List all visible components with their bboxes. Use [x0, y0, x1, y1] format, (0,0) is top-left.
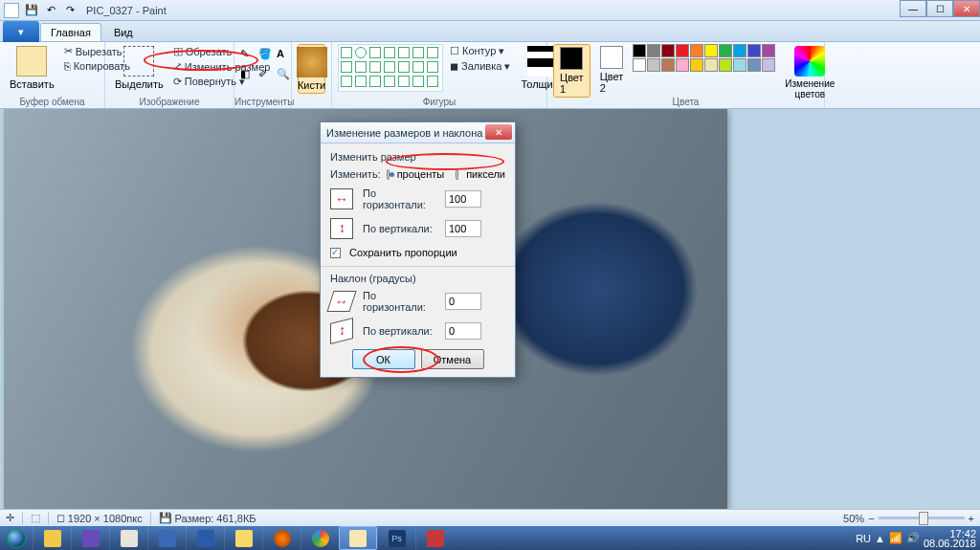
- close-button[interactable]: ✕: [953, 0, 980, 17]
- palette-color[interactable]: [661, 58, 675, 72]
- color1-button[interactable]: Цвет 1: [553, 44, 590, 98]
- palette-color[interactable]: [676, 58, 689, 72]
- palette-color[interactable]: [762, 58, 775, 72]
- vert-skew-input[interactable]: [445, 322, 481, 340]
- tray-volume-icon[interactable]: 🔊: [906, 532, 920, 544]
- brushes-button[interactable]: Кисти: [298, 44, 325, 94]
- select-button[interactable]: Выделить: [111, 44, 167, 92]
- taskbar-app-1[interactable]: [33, 526, 71, 550]
- titlebar: 💾 ↶ ↷ PIC_0327 - Paint — ☐ ✕: [0, 0, 980, 21]
- file-tab[interactable]: ▾: [3, 21, 39, 42]
- copy-icon: ⎘: [64, 60, 71, 72]
- palette-color[interactable]: [661, 44, 675, 57]
- taskbar-app-chrome[interactable]: [301, 526, 339, 550]
- color1-swatch: [560, 47, 583, 70]
- paste-icon: [16, 46, 47, 77]
- ok-button[interactable]: ОК: [352, 349, 415, 369]
- taskbar-app-firefox[interactable]: [262, 526, 301, 550]
- horiz-resize-icon: [330, 188, 353, 209]
- zoom-in-button[interactable]: +: [969, 513, 974, 524]
- palette-color[interactable]: [633, 44, 646, 57]
- dialog-title: Изменение размеров и наклона: [326, 127, 482, 139]
- horiz-skew-icon: [326, 291, 356, 312]
- ribbon-tabs: Главная Вид: [0, 21, 980, 42]
- taskbar-app-folder[interactable]: [224, 526, 262, 550]
- crop-icon: ◫: [173, 45, 183, 57]
- palette-color[interactable]: [762, 44, 775, 57]
- taskbar-app-photoshop[interactable]: Ps: [377, 526, 415, 550]
- shape-fill-button[interactable]: ◼Заливка ▾: [447, 59, 513, 74]
- undo-icon[interactable]: ↶: [42, 3, 59, 18]
- palette-color[interactable]: [733, 58, 746, 72]
- palette-color[interactable]: [690, 44, 703, 57]
- ribbon: Вставить ✂Вырезать ⎘Копировать Буфер обм…: [0, 42, 980, 109]
- dialog-titlebar[interactable]: Изменение размеров и наклона ✕: [321, 122, 515, 143]
- palette-color[interactable]: [704, 44, 718, 57]
- pencil-icon[interactable]: ✎: [240, 48, 256, 63]
- horiz-skew-input[interactable]: [445, 293, 481, 310]
- paste-label: Вставить: [10, 78, 55, 90]
- tab-home[interactable]: Главная: [40, 23, 101, 41]
- edit-colors-button[interactable]: Изменение цветов: [781, 44, 838, 101]
- palette-color[interactable]: [747, 58, 761, 72]
- minimize-button[interactable]: —: [900, 0, 926, 17]
- zoom-out-button[interactable]: −: [868, 513, 874, 524]
- group-colors-label: Цвета: [547, 97, 824, 107]
- taskbar-app-4[interactable]: [147, 526, 186, 550]
- save-icon[interactable]: 💾: [23, 3, 40, 18]
- fill-icon[interactable]: 🪣: [258, 48, 274, 63]
- system-menu-icon[interactable]: [4, 3, 19, 18]
- taskbar-app-2[interactable]: [71, 526, 109, 550]
- eraser-icon[interactable]: ◧: [240, 68, 256, 83]
- tray-flag-icon[interactable]: ▲: [875, 533, 885, 544]
- cancel-button[interactable]: Отмена: [421, 349, 484, 369]
- shapes-gallery[interactable]: [338, 44, 443, 92]
- dialog-close-button[interactable]: ✕: [485, 124, 512, 140]
- start-button[interactable]: [0, 526, 33, 550]
- keep-ratio-checkbox[interactable]: [330, 248, 341, 258]
- window-title: PIC_0327 - Paint: [86, 5, 167, 16]
- palette-color[interactable]: [747, 44, 761, 57]
- palette-color[interactable]: [719, 44, 732, 57]
- palette-color[interactable]: [733, 44, 746, 57]
- taskbar-app-paint[interactable]: [339, 526, 377, 550]
- resize-legend: Изменить размер: [330, 151, 505, 163]
- lang-indicator[interactable]: RU: [856, 533, 871, 544]
- radio-percent[interactable]: [387, 169, 390, 180]
- fill-shape-icon: ◼: [450, 60, 458, 73]
- vert-resize-input[interactable]: [445, 220, 481, 237]
- maximize-button[interactable]: ☐: [926, 0, 953, 17]
- tray-network-icon[interactable]: 📶: [889, 532, 902, 544]
- zoom-slider[interactable]: [879, 517, 965, 519]
- outline-button[interactable]: ☐Контур ▾: [447, 44, 513, 58]
- radio-pixels[interactable]: [456, 169, 458, 180]
- palette-color[interactable]: [633, 58, 646, 72]
- resize-icon: ⤢: [173, 60, 182, 73]
- paste-button[interactable]: Вставить: [6, 44, 58, 92]
- by-label: Изменить:: [330, 168, 381, 180]
- color-palette[interactable]: [633, 44, 775, 72]
- vert-resize-icon: [330, 218, 353, 239]
- picker-icon[interactable]: ✐: [258, 68, 274, 83]
- palette-color[interactable]: [676, 44, 689, 57]
- palette-color[interactable]: [690, 58, 703, 72]
- cut-icon: ✂: [64, 45, 73, 57]
- filesize: Размер: 461,8КБ: [174, 513, 256, 524]
- palette-color[interactable]: [647, 58, 660, 72]
- palette-color[interactable]: [647, 44, 660, 57]
- redo-icon[interactable]: ↷: [61, 3, 78, 18]
- magnifier-icon[interactable]: 🔍: [277, 68, 292, 83]
- taskbar-app-word[interactable]: [186, 526, 224, 550]
- taskbar-app-5[interactable]: [415, 526, 454, 550]
- clock[interactable]: 17:42 08.06.2018: [924, 529, 976, 548]
- quick-access-toolbar: 💾 ↶ ↷: [23, 3, 78, 18]
- taskbar-app-3[interactable]: [109, 526, 147, 550]
- text-icon[interactable]: A: [277, 48, 292, 63]
- group-tools-label: Инструменты: [234, 97, 291, 107]
- palette-color[interactable]: [719, 58, 732, 72]
- palette-color[interactable]: [704, 58, 718, 72]
- tab-view[interactable]: Вид: [103, 23, 144, 41]
- color2-button[interactable]: Цвет 2: [596, 44, 628, 96]
- horiz-resize-input[interactable]: [445, 190, 481, 208]
- selection-icon: ⬚: [31, 512, 40, 524]
